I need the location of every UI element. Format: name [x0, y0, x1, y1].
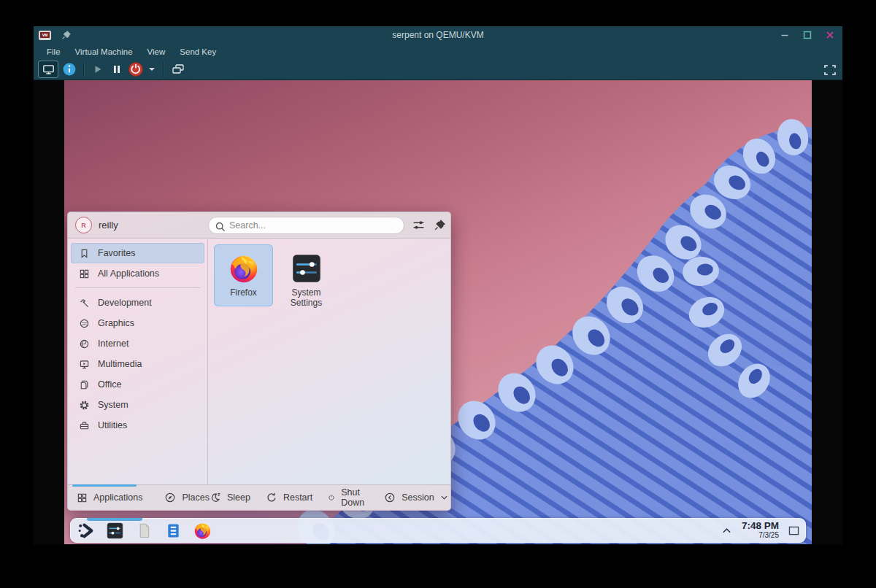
- clock-time: 7:48 PM: [742, 521, 779, 530]
- show-desktop-button[interactable]: [788, 526, 799, 535]
- tray-expander-chevron-up-icon[interactable]: [721, 527, 732, 534]
- fullscreen-icon: [823, 64, 837, 76]
- tab-applications[interactable]: Applications: [77, 492, 142, 503]
- chevron-down-icon: [440, 495, 448, 500]
- taskbar-file-cabinet[interactable]: [161, 518, 185, 543]
- shutdown-menu-button[interactable]: [145, 61, 158, 78]
- sidebar-item-favorites[interactable]: Favorites: [71, 243, 204, 263]
- app-launcher-button[interactable]: [73, 518, 98, 543]
- digital-clock[interactable]: 7:48 PM 7/3/25: [742, 521, 779, 540]
- tab-label: Places: [182, 492, 210, 503]
- virt-manager-app-icon: VM: [39, 31, 51, 40]
- configure-icon[interactable]: [412, 219, 425, 231]
- maximize-button[interactable]: [801, 28, 814, 42]
- pin-icon[interactable]: [434, 219, 446, 231]
- system-settings-icon: [291, 252, 323, 285]
- user-name: reilly: [99, 220, 118, 231]
- app-label: Firefox: [214, 287, 273, 298]
- tab-label: Applications: [93, 492, 142, 503]
- session-button[interactable]: Session: [384, 492, 447, 503]
- sidebar-item-internet[interactable]: Internet: [71, 333, 204, 354]
- action-label: Shut Down: [341, 487, 369, 508]
- globe-icon: [79, 339, 90, 349]
- app-tile-system-settings[interactable]: System Settings: [277, 244, 336, 308]
- clock-date: 7/3/25: [742, 530, 779, 540]
- minimize-button[interactable]: [778, 28, 791, 42]
- restart-button[interactable]: Restart: [266, 492, 312, 503]
- action-label: Session: [402, 492, 434, 503]
- taskbar-document[interactable]: [131, 518, 156, 543]
- app-tile-firefox[interactable]: Firefox: [214, 244, 273, 306]
- sidebar-separator: [75, 287, 200, 288]
- sidebar-item-system[interactable]: System: [71, 395, 204, 415]
- sidebar-item-multimedia[interactable]: Multimedia: [71, 354, 204, 374]
- screen-play-icon: [79, 359, 90, 370]
- document-icon: [136, 522, 153, 539]
- info-icon: [63, 63, 76, 76]
- taskbar-firefox[interactable]: [190, 518, 215, 543]
- virt-manager-window: VM serpent on QEMU/KVM File Virtual Mach…: [34, 26, 842, 545]
- menu-virtual-machine[interactable]: Virtual Machine: [68, 44, 140, 59]
- search-icon: [215, 221, 226, 233]
- power-icon: [128, 62, 143, 77]
- sidebar-label: Development: [98, 298, 152, 308]
- action-label: Sleep: [227, 492, 250, 503]
- sidebar-item-utilities[interactable]: Utilities: [71, 415, 204, 436]
- virtual-displays-button[interactable]: [168, 61, 188, 78]
- search-input[interactable]: [229, 218, 397, 233]
- toolbar-separator: [83, 62, 84, 77]
- monitor-icon: [42, 64, 55, 75]
- moon-icon: [210, 492, 221, 503]
- shut-down-button[interactable]: Shut Down: [328, 487, 369, 508]
- window-title: serpent on QEMU/KVM: [34, 30, 842, 40]
- session-icon: [384, 492, 396, 503]
- sidebar-label: Favorites: [98, 248, 135, 258]
- fullscreen-button[interactable]: [823, 64, 837, 76]
- titlebar[interactable]: VM serpent on QEMU/KVM: [34, 26, 842, 44]
- run-button[interactable]: [88, 61, 107, 78]
- shutdown-button[interactable]: [126, 61, 145, 78]
- sidebar-label: Graphics: [98, 318, 134, 328]
- taskbar-system-settings[interactable]: [102, 518, 127, 543]
- search-box[interactable]: [208, 217, 404, 234]
- sidebar-label: All Applications: [98, 268, 159, 279]
- kickoff-menu: R reilly Favorites All Applications: [67, 212, 451, 511]
- power-icon: [328, 492, 335, 503]
- avatar[interactable]: R: [75, 217, 92, 233]
- sphere-icon: [79, 318, 90, 329]
- active-tab-indicator: [72, 484, 137, 487]
- pin-icon: [61, 30, 72, 40]
- sidebar-label: Utilities: [98, 420, 127, 430]
- kickoff-sidebar: Favorites All Applications Development G…: [68, 239, 208, 484]
- pause-icon: [112, 64, 122, 74]
- sidebar-item-development[interactable]: Development: [71, 293, 204, 313]
- tab-places[interactable]: Places: [164, 492, 210, 503]
- action-label: Restart: [283, 492, 312, 503]
- firefox-icon: [193, 521, 212, 541]
- play-icon: [93, 64, 103, 74]
- pause-button[interactable]: [107, 61, 126, 78]
- documents-icon: [79, 379, 90, 390]
- sleep-button[interactable]: Sleep: [210, 492, 250, 503]
- menu-send-key[interactable]: Send Key: [172, 44, 223, 59]
- app-launcher-icon: [77, 522, 95, 540]
- sidebar-item-graphics[interactable]: Graphics: [71, 313, 204, 333]
- file-cabinet-icon: [165, 522, 182, 539]
- menu-file[interactable]: File: [39, 44, 68, 59]
- guest-display[interactable]: R reilly Favorites All Applications: [64, 80, 812, 544]
- firefox-icon: [227, 252, 261, 285]
- toolbar-separator: [163, 62, 164, 77]
- show-details-button[interactable]: [60, 61, 79, 78]
- sidebar-item-office[interactable]: Office: [71, 374, 204, 395]
- compass-icon: [164, 492, 176, 503]
- system-settings-icon: [106, 522, 124, 540]
- menu-view[interactable]: View: [140, 44, 173, 59]
- kickoff-header: R reilly: [68, 212, 450, 239]
- grid-icon: [79, 268, 90, 279]
- sidebar-item-all-applications[interactable]: All Applications: [71, 263, 204, 284]
- close-button[interactable]: [823, 28, 837, 42]
- sidebar-label: Internet: [98, 339, 128, 349]
- restart-icon: [266, 492, 277, 503]
- sidebar-label: Office: [98, 379, 121, 390]
- graphical-console-button[interactable]: [38, 61, 58, 78]
